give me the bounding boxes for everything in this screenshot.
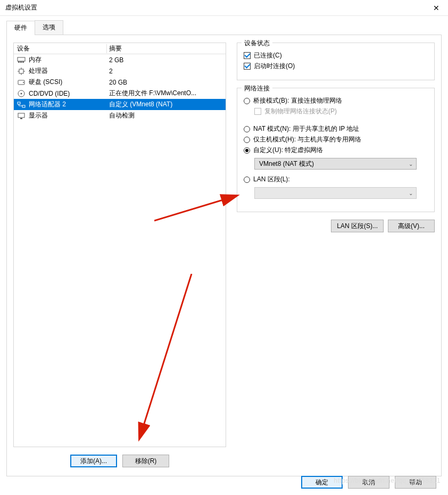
add-button[interactable]: 添加(A)...	[70, 455, 117, 467]
tab-options[interactable]: 选项	[35, 20, 63, 35]
device-summary: 2 GB	[107, 56, 226, 64]
device-label: 处理器	[29, 66, 48, 75]
lan-segment-select: ⌄	[254, 187, 417, 199]
cpu-icon	[17, 68, 26, 75]
device-row-memory[interactable]: 内存 2 GB	[14, 54, 226, 65]
device-label: 显示器	[29, 111, 48, 120]
chevron-down-icon: ⌄	[409, 161, 413, 167]
device-summary: 自定义 (VMnet8 (NAT)	[107, 100, 226, 109]
svg-rect-3	[21, 61, 22, 63]
lan-segments-button[interactable]: LAN 区段(S)...	[331, 220, 384, 232]
ok-button[interactable]: 确定	[301, 476, 343, 489]
close-icon[interactable]: ✕	[429, 2, 444, 14]
left-buttons: 添加(A)... 移除(R)	[13, 455, 226, 467]
device-label: CD/DVD (IDE)	[29, 90, 70, 97]
device-list-header: 设备 摘要	[14, 43, 226, 54]
radio-icon[interactable]	[244, 126, 250, 132]
svg-point-13	[21, 93, 22, 94]
radio-icon[interactable]	[244, 147, 250, 154]
connected-label: 已连接(C)	[254, 51, 282, 60]
custom-network-select[interactable]: VMnet8 (NAT 模式) ⌄	[254, 158, 417, 170]
panels: 设备 摘要 内存 2 GB	[6, 35, 442, 476]
device-summary: 2	[107, 68, 226, 75]
titlebar: 虚拟机设置 ✕	[0, 0, 448, 16]
chevron-down-icon: ⌄	[409, 190, 413, 196]
cancel-button[interactable]: 取消	[348, 476, 389, 489]
connect-on-start-checkbox-row[interactable]: 启动时连接(O)	[244, 62, 428, 71]
custom-network-value: VMnet8 (NAT 模式)	[259, 160, 314, 169]
left-column: 设备 摘要 内存 2 GB	[13, 43, 226, 467]
device-label: 硬盘 (SCSI)	[29, 78, 62, 87]
radio-lan[interactable]: LAN 区段(L):	[244, 175, 428, 184]
checkbox-icon[interactable]	[244, 52, 251, 59]
footer-buttons: 确定 取消 帮助	[301, 476, 436, 489]
svg-rect-4	[23, 61, 24, 63]
tab-hardware[interactable]: 硬件	[6, 21, 35, 35]
device-label: 网络适配器 2	[29, 100, 66, 109]
device-row-processor[interactable]: 处理器 2	[14, 65, 226, 77]
cd-icon	[17, 90, 26, 97]
svg-rect-1	[18, 61, 19, 63]
radio-custom[interactable]: 自定义(U): 特定虚拟网络	[244, 146, 428, 155]
network-icon	[17, 101, 26, 108]
advanced-button[interactable]: 高级(V)...	[388, 220, 435, 232]
right-buttons: LAN 区段(S)... 高级(V)...	[237, 220, 435, 232]
window-title: 虚拟机设置	[5, 3, 37, 12]
network-connection-group: 网络连接 桥接模式(B): 直接连接物理网络 复制物理网络连接状态(P) NAT…	[237, 88, 435, 212]
bridged-label: 桥接模式(B): 直接连接物理网络	[253, 96, 342, 105]
col-device[interactable]: 设备	[14, 44, 107, 53]
custom-label: 自定义(U): 特定虚拟网络	[253, 146, 323, 155]
connect-on-start-label: 启动时连接(O)	[254, 62, 295, 71]
device-status-group: 设备状态 已连接(C) 启动时连接(O)	[237, 43, 435, 80]
radio-icon[interactable]	[244, 98, 250, 104]
col-summary[interactable]: 摘要	[107, 44, 226, 53]
memory-icon	[17, 56, 26, 64]
device-row-harddisk[interactable]: 硬盘 (SCSI) 20 GB	[14, 77, 226, 88]
network-connection-legend: 网络连接	[242, 84, 272, 93]
lan-label: LAN 区段(L):	[253, 175, 290, 184]
device-summary: 正在使用文件 F:\VMw\CentO...	[107, 89, 226, 98]
dialog-content: 硬件 选项 设备 摘要 内存 2 GB	[0, 16, 448, 481]
device-status-legend: 设备状态	[242, 39, 272, 48]
connected-checkbox-row[interactable]: 已连接(C)	[244, 51, 428, 60]
checkbox-icon[interactable]	[244, 63, 251, 70]
svg-rect-0	[18, 57, 25, 61]
radio-icon[interactable]	[244, 137, 250, 143]
remove-button[interactable]: 移除(R)	[122, 455, 169, 467]
svg-rect-16	[18, 113, 24, 118]
tab-options-label: 选项	[43, 23, 55, 31]
device-list: 设备 摘要 内存 2 GB	[13, 43, 226, 447]
help-button[interactable]: 帮助	[395, 476, 436, 489]
radio-icon[interactable]	[244, 177, 250, 183]
device-summary: 20 GB	[107, 79, 226, 86]
device-row-cddvd[interactable]: CD/DVD (IDE) 正在使用文件 F:\VMw\CentO...	[14, 88, 226, 99]
svg-rect-5	[19, 69, 23, 73]
svg-point-11	[23, 82, 24, 83]
nat-label: NAT 模式(N): 用于共享主机的 IP 地址	[253, 124, 359, 133]
tab-hardware-label: 硬件	[14, 24, 27, 31]
replicate-checkbox-row: 复制物理网络连接状态(P)	[254, 107, 428, 116]
radio-nat[interactable]: NAT 模式(N): 用于共享主机的 IP 地址	[244, 124, 428, 133]
svg-rect-14	[18, 102, 20, 104]
svg-rect-2	[20, 61, 21, 63]
replicate-label: 复制物理网络连接状态(P)	[264, 107, 337, 116]
right-column: 设备状态 已连接(C) 启动时连接(O) 网络连接 桥接模式(B): 直接连接物…	[226, 43, 435, 467]
radio-hostonly[interactable]: 仅主机模式(H): 与主机共享的专用网络	[244, 135, 428, 144]
hostonly-label: 仅主机模式(H): 与主机共享的专用网络	[253, 135, 361, 144]
device-row-display[interactable]: 显示器 自动检测	[14, 110, 226, 121]
disk-icon	[17, 79, 26, 86]
checkbox-icon	[254, 108, 261, 115]
monitor-icon	[17, 112, 26, 120]
device-label: 内存	[29, 55, 42, 64]
svg-rect-15	[22, 105, 25, 107]
device-summary: 自动检测	[107, 111, 226, 120]
device-row-network[interactable]: 网络适配器 2 自定义 (VMnet8 (NAT)	[14, 99, 226, 110]
radio-bridged[interactable]: 桥接模式(B): 直接连接物理网络	[244, 96, 428, 105]
tab-bar: 硬件 选项	[6, 20, 442, 35]
